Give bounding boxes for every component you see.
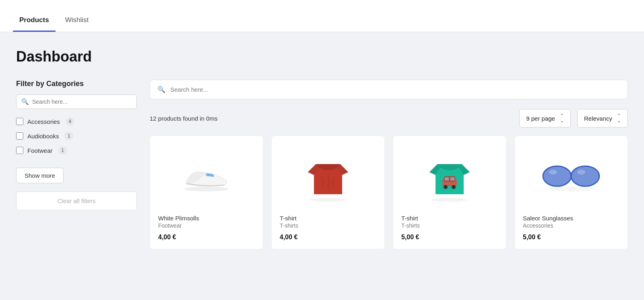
sidebar-filter-title: Filter by Categories xyxy=(16,80,137,88)
products-search-icon: 🔍 xyxy=(157,86,165,93)
svg-point-0 xyxy=(184,187,229,191)
clear-filters-button[interactable]: Clear all filters xyxy=(16,191,137,210)
category-footwear-count: 1 xyxy=(58,146,67,155)
sidebar: Filter by Categories 🔍 Accessories 4 Aud… xyxy=(16,80,137,249)
svg-rect-7 xyxy=(445,177,449,181)
product-category-3: Accessories xyxy=(523,222,619,229)
tshirt-red-icon xyxy=(304,150,352,202)
products-area: 🔍 12 products found in 0ms 9 per page ⌃⌄… xyxy=(150,80,628,249)
category-accessories-count: 4 xyxy=(66,117,74,126)
product-category-0: Footwear xyxy=(158,222,255,229)
product-name-3: Saleor Sunglasses xyxy=(523,215,619,222)
tab-products[interactable]: Products xyxy=(13,8,56,32)
product-image-area-2 xyxy=(401,144,498,208)
sidebar-search-input[interactable] xyxy=(32,99,132,105)
category-audiobooks: Audiobooks 1 xyxy=(16,132,137,140)
per-page-label: 9 per page xyxy=(526,115,555,122)
products-search-input[interactable] xyxy=(170,86,620,93)
main-content: Dashboard Filter by Categories 🔍 Accesso… xyxy=(0,32,644,265)
product-name-2: T-shirt xyxy=(401,215,498,222)
category-audiobooks-count: 1 xyxy=(64,132,73,140)
show-more-button[interactable]: Show more xyxy=(16,168,64,183)
svg-point-1 xyxy=(310,198,346,202)
product-card-3[interactable]: Saleor Sunglasses Accessories 5,00 € xyxy=(514,136,628,249)
product-image-area-0 xyxy=(158,144,255,208)
svg-point-16 xyxy=(549,170,557,175)
svg-point-5 xyxy=(444,185,448,189)
product-grid: White Plimsolls Footwear 4,00 € xyxy=(150,136,628,249)
per-page-chevron-icon: ⌃⌄ xyxy=(560,113,564,123)
toolbar-right: 9 per page ⌃⌄ Relevancy ⌃⌄ xyxy=(519,109,628,127)
svg-rect-8 xyxy=(450,177,454,181)
category-footwear: Footwear 1 xyxy=(16,146,137,155)
products-count-label: 12 products found in 0ms xyxy=(150,115,217,122)
product-price-2: 5,00 € xyxy=(401,234,498,241)
svg-point-9 xyxy=(547,187,595,191)
product-card-0[interactable]: White Plimsolls Footwear 4,00 € xyxy=(150,136,263,249)
product-price-3: 5,00 € xyxy=(523,234,619,241)
products-search-container[interactable]: 🔍 xyxy=(150,80,628,99)
product-category-1: T-shirts xyxy=(280,222,376,229)
category-audiobooks-checkbox[interactable] xyxy=(16,132,23,140)
svg-point-6 xyxy=(452,185,456,189)
sidebar-search-icon: 🔍 xyxy=(21,98,29,105)
per-page-select[interactable]: 9 per page ⌃⌄ xyxy=(519,109,571,127)
sidebar-search-container[interactable]: 🔍 xyxy=(16,95,137,109)
page-title: Dashboard xyxy=(16,48,628,65)
content-layout: Filter by Categories 🔍 Accessories 4 Aud… xyxy=(16,80,628,249)
product-category-2: T-shirts xyxy=(401,222,498,229)
product-card-1[interactable]: T-shirt T-shirts 4,00 € xyxy=(271,136,385,249)
product-image-area-3 xyxy=(523,144,619,208)
category-accessories: Accessories 4 xyxy=(16,117,137,126)
category-accessories-label: Accessories xyxy=(27,118,60,125)
products-toolbar: 12 products found in 0ms 9 per page ⌃⌄ R… xyxy=(150,109,628,127)
category-audiobooks-label: Audiobooks xyxy=(27,133,59,140)
sort-chevron-icon: ⌃⌄ xyxy=(617,113,621,123)
product-price-1: 4,00 € xyxy=(280,234,376,241)
sort-label: Relevancy xyxy=(584,115,612,122)
tshirt-teal-icon xyxy=(425,150,474,202)
product-name-0: White Plimsolls xyxy=(158,215,255,222)
category-footwear-checkbox[interactable] xyxy=(16,147,23,154)
sort-select[interactable]: Relevancy ⌃⌄ xyxy=(577,109,628,127)
sunglasses-icon xyxy=(539,160,603,192)
product-card-2[interactable]: T-shirt T-shirts 5,00 € xyxy=(393,136,506,249)
tab-wishlist[interactable]: Wishlist xyxy=(59,8,95,32)
product-price-0: 4,00 € xyxy=(158,234,255,241)
product-name-1: T-shirt xyxy=(280,215,376,222)
svg-point-17 xyxy=(577,170,585,175)
category-accessories-checkbox[interactable] xyxy=(16,118,23,125)
shoe-icon xyxy=(178,160,235,192)
product-image-area-1 xyxy=(280,144,376,208)
top-navigation: Products Wishlist xyxy=(0,0,644,32)
category-footwear-label: Footwear xyxy=(27,147,53,154)
svg-point-2 xyxy=(431,198,468,202)
